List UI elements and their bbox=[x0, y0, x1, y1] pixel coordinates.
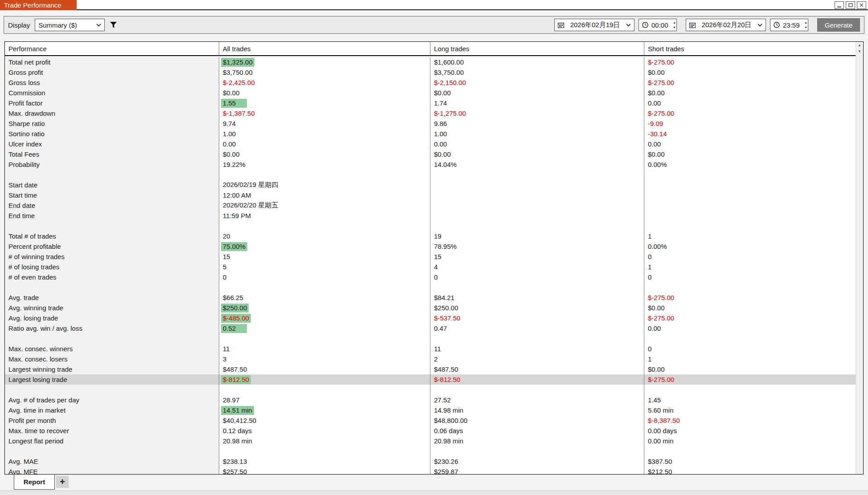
table-row[interactable]: Avg. losing trade$-485.00$-537.50$-275.0… bbox=[5, 313, 863, 323]
table-row[interactable]: Max. drawdown$-1,387.50$-1,275.00$-275.0… bbox=[5, 108, 863, 118]
table-row[interactable]: Ratio avg. win / avg. loss0.520.470.00 bbox=[5, 323, 863, 333]
minimize-button[interactable] bbox=[835, 1, 844, 9]
table-row[interactable]: Max. time to recover0.12 days0.06 days0.… bbox=[5, 426, 863, 436]
table-row[interactable]: Avg. MFE$257.50$259.87$212.50 bbox=[5, 467, 863, 474]
display-dropdown-value: Summary ($) bbox=[38, 21, 93, 29]
table-row[interactable]: Sharpe ratio9.749.86-9.09 bbox=[5, 118, 863, 129]
row-value: 1.74 bbox=[430, 98, 644, 108]
table-row[interactable]: Largest losing trade$-812.50$-812.50$-27… bbox=[5, 374, 863, 385]
plus-icon: + bbox=[60, 477, 65, 487]
table-row[interactable]: Max. consec. losers321 bbox=[5, 354, 863, 364]
table-row[interactable]: Max. consec. winners11110 bbox=[5, 344, 863, 354]
row-value: 1 bbox=[644, 354, 863, 364]
table-row[interactable]: Avg. MAE$238.13$230.26$387.50 bbox=[5, 456, 863, 467]
row-value bbox=[219, 385, 430, 395]
table-row[interactable] bbox=[5, 221, 863, 231]
row-value bbox=[430, 180, 644, 190]
table-row[interactable] bbox=[5, 170, 863, 180]
row-label: End time bbox=[5, 211, 219, 221]
scroll-down-button[interactable]: ▼ bbox=[856, 48, 863, 54]
table-row[interactable] bbox=[5, 282, 863, 292]
table-row[interactable]: Ulcer index0.000.000.00 bbox=[5, 139, 863, 149]
table-row[interactable]: Avg. trade$66.25$84.21$-275.00 bbox=[5, 292, 863, 303]
generate-button[interactable]: Generate bbox=[817, 18, 860, 32]
filter-icon[interactable] bbox=[110, 21, 117, 28]
row-value: $238.13 bbox=[219, 456, 430, 467]
close-button[interactable]: × bbox=[857, 1, 866, 9]
table-row[interactable]: End time11:59 PM bbox=[5, 211, 863, 221]
vertical-scrollbar[interactable]: ▲ ▼ bbox=[856, 42, 863, 474]
calendar-icon bbox=[689, 22, 696, 28]
row-value: 11:59 PM bbox=[219, 211, 430, 221]
start-date-picker[interactable]: 2026年02月19日 bbox=[554, 19, 635, 31]
table-row[interactable]: Gross loss$-2,425.00$-2,150.00$-275.00 bbox=[5, 77, 863, 88]
table-row[interactable]: # of even trades000 bbox=[5, 272, 863, 282]
table-row[interactable]: Percent profitable75.00%78.95%0.00% bbox=[5, 241, 863, 252]
table-row[interactable]: Total net profit$1,325.00$1,600.00$-275.… bbox=[5, 57, 863, 67]
table-row[interactable]: Profit factor1.551.740.00 bbox=[5, 98, 863, 108]
row-label: # of losing trades bbox=[5, 262, 219, 272]
row-value: 28.97 bbox=[219, 395, 430, 405]
row-value: 4 bbox=[430, 262, 644, 272]
row-value: 1 bbox=[644, 231, 863, 241]
table-row[interactable] bbox=[5, 446, 863, 456]
row-value: $40,412.50 bbox=[219, 415, 430, 426]
row-value: 0.06 days bbox=[430, 426, 644, 436]
spin-down-button[interactable]: ▼ bbox=[803, 25, 809, 30]
table-row[interactable]: Sortino ratio1.001.00-30.14 bbox=[5, 129, 863, 139]
column-header-performance[interactable]: Performance bbox=[5, 42, 219, 55]
table-row[interactable]: Total # of trades20191 bbox=[5, 231, 863, 241]
table-row[interactable] bbox=[5, 333, 863, 344]
table-row[interactable] bbox=[5, 385, 863, 395]
end-time-picker[interactable]: 23:59 ▲ ▼ bbox=[770, 19, 808, 31]
row-value bbox=[644, 221, 863, 231]
table-row[interactable]: Profit per month$40,412.50$48,800.00$-8,… bbox=[5, 415, 863, 426]
close-icon: × bbox=[860, 2, 864, 9]
window-title-tab[interactable]: Trade Performance bbox=[0, 0, 77, 10]
column-header-short-trades[interactable]: Short trades bbox=[644, 42, 863, 55]
row-value: 0.00 bbox=[644, 323, 863, 333]
table-row[interactable]: Largest winning trade$487.50$487.50$0.00 bbox=[5, 364, 863, 374]
spin-up-button[interactable]: ▲ bbox=[671, 20, 678, 25]
maximize-icon bbox=[848, 3, 853, 7]
spin-down-button[interactable]: ▼ bbox=[671, 25, 678, 30]
display-dropdown[interactable]: Summary ($) bbox=[35, 19, 105, 31]
start-time-picker[interactable]: 00:00 ▲ ▼ bbox=[639, 19, 677, 31]
row-label: Max. consec. winners bbox=[5, 344, 219, 354]
column-header-long-trades[interactable]: Long trades bbox=[430, 42, 644, 55]
table-row[interactable]: Start date2026/02/19 星期四 bbox=[5, 180, 863, 190]
table-row[interactable]: Longest flat period20.98 min20.98 min0.0… bbox=[5, 436, 863, 446]
add-tab-button[interactable]: + bbox=[56, 476, 69, 488]
table-row[interactable]: Start time12:00 AM bbox=[5, 190, 863, 200]
row-value: $0.00 bbox=[644, 67, 863, 77]
row-value: $387.50 bbox=[644, 456, 863, 467]
row-value: 15 bbox=[219, 252, 430, 262]
row-value: 0.00 bbox=[219, 139, 430, 149]
table-row[interactable]: Total Fees$0.00$0.00$0.00 bbox=[5, 149, 863, 159]
row-label: # of winning trades bbox=[5, 252, 219, 262]
table-row[interactable]: Commission$0.00$0.00$0.00 bbox=[5, 88, 863, 98]
maximize-button[interactable] bbox=[846, 1, 855, 9]
row-value: 0.00 bbox=[430, 139, 644, 149]
spin-up-button[interactable]: ▲ bbox=[803, 20, 809, 25]
table-row[interactable]: # of losing trades541 bbox=[5, 262, 863, 272]
row-value: 15 bbox=[430, 252, 644, 262]
table-row[interactable]: Avg. winning trade$250.00$250.00$0.00 bbox=[5, 303, 863, 313]
row-value: 2026/02/19 星期四 bbox=[219, 180, 430, 190]
table-row[interactable]: Avg. time in market14.51 min14.98 min5.6… bbox=[5, 405, 863, 415]
table-row[interactable]: End date2026/02/20 星期五 bbox=[5, 200, 863, 211]
row-value: $-275.00 bbox=[644, 77, 863, 88]
table-row[interactable]: # of winning trades15150 bbox=[5, 252, 863, 262]
row-value: $0.00 bbox=[219, 149, 430, 159]
row-value: 0.00 days bbox=[644, 426, 863, 436]
table-row[interactable]: Gross profit$3,750.00$3,750.00$0.00 bbox=[5, 67, 863, 77]
row-value: $66.25 bbox=[219, 292, 430, 303]
row-value bbox=[644, 446, 863, 456]
scroll-up-button[interactable]: ▲ bbox=[856, 42, 863, 48]
tab-report[interactable]: Report bbox=[14, 475, 55, 490]
end-date-picker[interactable]: 2026年02月20日 bbox=[686, 19, 766, 31]
table-row[interactable]: Probability19.22%14.04%0.00% bbox=[5, 159, 863, 170]
column-header-all-trades[interactable]: All trades bbox=[219, 42, 430, 55]
row-value: $250.00 bbox=[430, 303, 644, 313]
table-row[interactable]: Avg. # of trades per day28.9727.521.45 bbox=[5, 395, 863, 405]
